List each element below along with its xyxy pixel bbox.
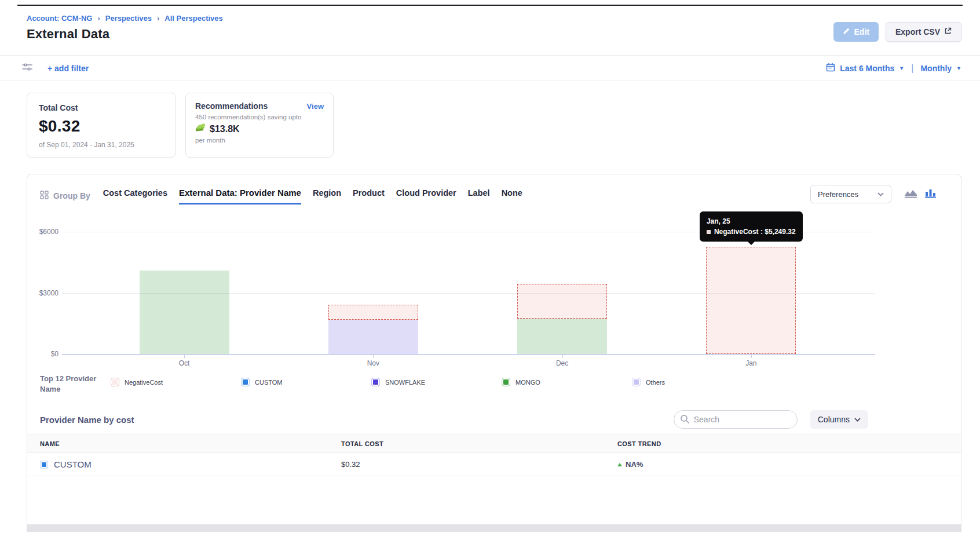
chart-tooltip: Jan, 25 NegativeCost : $5,249.32 [700, 211, 803, 242]
chart-area: $0$3000$6000 Jan, 25 NegativeCost : $5,2… [27, 220, 961, 370]
bar-chart-toggle-icon[interactable] [925, 188, 936, 200]
calendar-icon [826, 63, 835, 74]
bar-dec-mongo[interactable] [517, 319, 607, 354]
x-axis-tick [184, 355, 185, 358]
caret-down-icon[interactable]: ▼ [899, 65, 904, 71]
granularity-dropdown[interactable]: Monthly [920, 64, 952, 73]
tab-cloud-provider[interactable]: Cloud Provider [396, 188, 456, 205]
x-axis-label: Nov [367, 359, 379, 367]
caret-down-icon[interactable]: ▼ [956, 65, 961, 71]
grid-icon [40, 191, 49, 201]
bar-dec-negativecost[interactable] [517, 284, 607, 319]
chart-plot: Jan, 25 NegativeCost : $5,249.32 [90, 220, 846, 354]
tab-external-data-provider-name[interactable]: External Data: Provider Name [179, 188, 301, 205]
search-icon [680, 414, 690, 426]
tab-product[interactable]: Product [353, 188, 385, 205]
legend-item-others[interactable]: Others [632, 378, 762, 386]
external-link-icon [944, 27, 952, 36]
tab-label[interactable]: Label [468, 188, 490, 205]
table-header-row: NAMETOTAL COSTCOST TREND [27, 435, 961, 453]
tab-cost-categories[interactable]: Cost Categories [103, 188, 167, 205]
filter-settings-icon[interactable] [22, 63, 32, 74]
row-cost-trend: NA% [617, 460, 961, 469]
total-cost-card: Total Cost $0.32 of Sep 01, 2024 - Jan 3… [27, 93, 176, 158]
legend-label: MONGO [515, 379, 540, 386]
tooltip-series-square-icon [707, 230, 711, 234]
legend-label: Others [646, 379, 665, 386]
edit-button[interactable]: Edit [833, 22, 879, 42]
legend-swatch-snowflake-icon [371, 378, 380, 386]
x-axis-tick [751, 355, 752, 358]
add-filter-button[interactable]: + add filter [47, 64, 89, 73]
column-header-cost-trend[interactable]: COST TREND [617, 440, 961, 447]
breadcrumb-perspectives[interactable]: Perspectives [105, 14, 152, 23]
export-csv-button[interactable]: Export CSV [886, 22, 961, 42]
recommendations-savings: $13.8K [210, 124, 240, 134]
area-chart-toggle-icon[interactable] [904, 188, 917, 200]
summary-cards: Total Cost $0.32 of Sep 01, 2024 - Jan 3… [27, 93, 334, 158]
legend-swatch-others-icon [632, 378, 641, 386]
time-filters: Last 6 Months ▼ | Monthly ▼ [826, 63, 961, 74]
preferences-label: Preferences [818, 190, 858, 199]
time-range-dropdown[interactable]: Last 6 Months [840, 64, 894, 73]
breadcrumb-all-perspectives[interactable]: All Perspectives [164, 14, 222, 23]
group-by-row: Group By Cost CategoriesExternal Data: P… [27, 174, 961, 207]
legend-item-negativecost[interactable]: NegativeCost [111, 378, 241, 386]
groupby-tabs: Cost CategoriesExternal Data: Provider N… [103, 188, 522, 205]
columns-button[interactable]: Columns [810, 410, 868, 429]
row-name: CUSTOM [54, 459, 92, 469]
x-axis-label: Oct [179, 359, 190, 367]
bottom-scrollbar[interactable] [27, 524, 961, 532]
legend-item-mongo[interactable]: MONGO [502, 378, 632, 386]
tab-none[interactable]: None [502, 188, 522, 205]
pencil-icon [843, 27, 850, 36]
export-csv-label: Export CSV [895, 27, 940, 36]
recommendations-view-link[interactable]: View [307, 102, 324, 111]
trend-up-icon [617, 463, 622, 466]
column-header-name[interactable]: NAME [27, 440, 341, 447]
column-header-total-cost[interactable]: TOTAL COST [341, 440, 617, 447]
table-body: CUSTOM$0.32NA% [27, 453, 961, 476]
recommendations-subtitle: 450 recommendation(s) saving upto [195, 114, 324, 121]
breadcrumb-account[interactable]: Account: CCM-NG [27, 14, 92, 23]
group-by-label: Group By [40, 191, 90, 201]
page: Account: CCM-NG › Perspectives › All Per… [0, 0, 980, 533]
bar-nov-negativecost[interactable] [328, 305, 418, 319]
chart-legend: Top 12 Provider Name NegativeCostCUSTOMS… [27, 370, 961, 394]
bar-nov-snowflake[interactable] [328, 320, 418, 354]
chart-y-labels: $0$3000$6000 [27, 220, 58, 354]
y-axis-tick: $0 [51, 350, 58, 358]
provider-table: NAMETOTAL COSTCOST TREND CUSTOM$0.32NA% [27, 435, 961, 476]
window-top-border [17, 5, 963, 6]
search-input[interactable] [674, 410, 798, 429]
legend-item-custom[interactable]: CUSTOM [241, 378, 371, 386]
breadcrumb: Account: CCM-NG › Perspectives › All Per… [27, 14, 223, 23]
recommendations-label: Recommendations [195, 101, 268, 111]
recommendations-card: Recommendations View 450 recommendation(… [185, 93, 334, 158]
legend-items: NegativeCostCUSTOMSNOWFLAKEMONGOOthers [111, 374, 762, 386]
bar-oct-mongo[interactable] [140, 271, 229, 354]
row-total-cost: $0.32 [341, 460, 617, 469]
legend-title: Top 12 Provider Name [40, 374, 111, 394]
x-axis-label: Dec [556, 359, 568, 367]
page-header: Account: CCM-NG › Perspectives › All Per… [27, 14, 961, 42]
chart-controls: Preferences [810, 185, 936, 203]
chevron-right-icon: › [97, 14, 100, 23]
table-row[interactable]: CUSTOM$0.32NA% [27, 453, 961, 476]
divider: | [911, 63, 913, 74]
tab-region[interactable]: Region [313, 188, 341, 205]
legend-swatch-custom-icon [241, 378, 250, 386]
table-title: Provider Name by cost [40, 415, 134, 425]
preferences-dropdown[interactable]: Preferences [810, 185, 891, 203]
total-cost-label: Total Cost [39, 103, 164, 112]
x-axis-label: Jan [745, 359, 756, 367]
chevron-right-icon: › [157, 14, 159, 23]
edit-button-label: Edit [854, 27, 869, 36]
bar-jan-negativecost[interactable] [706, 247, 796, 354]
legend-label: NegativeCost [125, 379, 163, 386]
search-box [674, 410, 798, 429]
trend-value: NA% [626, 460, 643, 469]
row-name-cell: CUSTOM [27, 459, 341, 469]
chevron-down-icon [854, 418, 861, 422]
legend-item-snowflake[interactable]: SNOWFLAKE [371, 378, 502, 386]
